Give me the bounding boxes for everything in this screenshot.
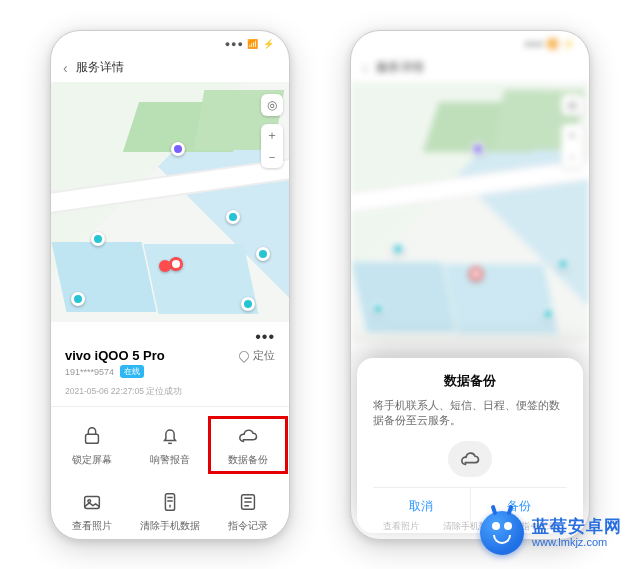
nav-title: 服务详情 [76,59,124,76]
nav-bar: ‹ 服务详情 [351,53,589,82]
site-watermark: 蓝莓安卓网 www.lmkjz.com [480,511,622,555]
action-wipe[interactable]: 清除手机数据 [131,483,209,539]
zoom-in-icon[interactable]: ＋ [261,124,283,146]
action-label: 指令记录 [228,519,268,533]
status-icons: ●●● 📶 ⚡ [225,39,275,49]
map-pin-target [169,257,183,271]
map-pin-teal [241,297,255,311]
status-bar: ●●● 📶 ⚡ [351,31,589,53]
action-backup[interactable]: 数据备份 [209,417,287,473]
brand-name: 蓝莓安卓网 [532,517,622,537]
map-locate-icon[interactable]: ◎ [261,94,283,116]
log-icon [235,489,261,515]
locate-timestamp: 2021-05-06 22:27:05 定位成功 [51,386,289,402]
brand-url: www.lmkjz.com [532,536,622,549]
back-icon[interactable]: ‹ [63,60,68,76]
zoom-out-icon[interactable]: － [261,146,283,168]
locate-label: 定位 [253,348,275,363]
action-label: 数据备份 [228,453,268,467]
status-icons: ●●● 📶 ⚡ [525,39,575,49]
map-pin-teal [226,210,240,224]
nav-title: 服务详情 [376,59,424,76]
more-menu[interactable]: ••• [51,322,289,346]
device-phone: 191****9574 [65,367,114,377]
map-pin-teal [71,292,85,306]
status-bar: ●●● 📶 ⚡ [51,31,289,53]
svg-rect-1 [85,497,100,509]
map-pin-purple [171,142,185,156]
phone-left: ●●● 📶 ⚡ ‹ 服务详情 ◎ [50,30,290,540]
brand-logo-icon [480,511,524,555]
nav-bar: ‹ 服务详情 [51,53,289,82]
device-name: vivo iQOO 5 Pro [65,348,165,363]
phone-right: ●●● 📶 ⚡ ‹ 服务详情 ◎ ＋－ [350,30,590,540]
svg-rect-0 [86,434,99,443]
map-zoom-stack[interactable]: ＋ － [261,124,283,168]
back-icon[interactable]: ‹ [363,60,368,76]
cloud-icon [448,441,492,477]
wipe-icon [157,489,183,515]
map-view[interactable]: ◎ ＋ － [51,82,289,322]
dialog-desc: 将手机联系人、短信、日程、便签的数据备份至云服务。 [373,398,567,430]
map-pin-teal [256,247,270,261]
action-label: 清除手机数据 [140,519,200,533]
map-view: ◎ ＋－ [351,82,589,342]
pin-icon [237,348,251,362]
locate-button[interactable]: 定位 [239,348,275,363]
map-pin-red [159,260,171,272]
action-alarm[interactable]: 响警报音 [131,417,209,473]
bell-icon [157,423,183,449]
map-tool-stack-top[interactable]: ◎ [261,94,283,116]
action-log[interactable]: 指令记录 [209,483,287,539]
dialog-title: 数据备份 [373,372,567,390]
cloud-icon [235,423,261,449]
photo-icon [79,489,105,515]
backup-dialog: 数据备份 将手机联系人、短信、日程、便签的数据备份至云服务。 取消 备份 [357,358,583,534]
action-label: 锁定屏幕 [72,453,112,467]
action-label: 响警报音 [150,453,190,467]
divider [51,406,289,407]
action-photos[interactable]: 查看照片 [53,483,131,539]
map-pin-teal [91,232,105,246]
action-lock[interactable]: 锁定屏幕 [53,417,131,473]
svg-rect-3 [165,494,174,511]
online-badge: 在线 [120,365,144,378]
action-label: 查看照片 [72,519,112,533]
action-grid: 锁定屏幕 响警报音 数据备份 [51,411,289,540]
lock-icon [79,423,105,449]
